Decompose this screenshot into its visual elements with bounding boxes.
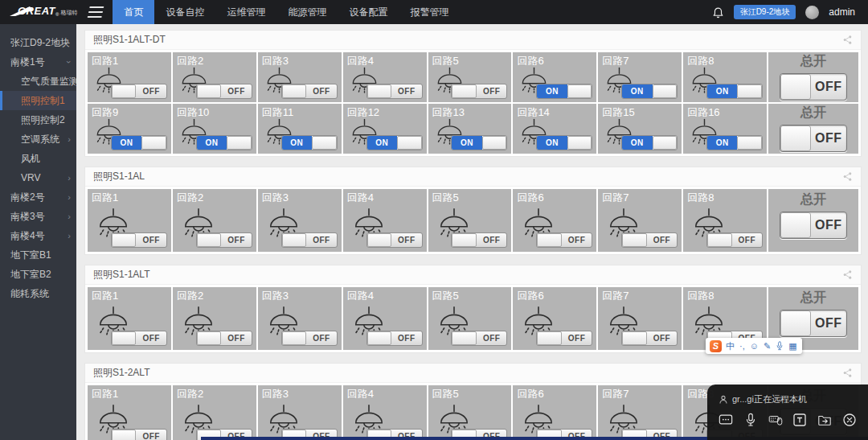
disconnect-icon[interactable] [842,413,857,427]
toggle-handle [622,331,647,345]
nav-item-4[interactable]: 能源管理 [276,0,338,24]
notifications-bell-icon[interactable] [712,6,724,19]
keyboard-layout-icon[interactable]: ▦ [788,342,796,351]
toggle-handle [282,331,307,345]
circuit-toggle[interactable]: OFF [451,331,507,346]
avatar[interactable] [805,6,819,19]
circuit-label: 回路6 [517,191,543,205]
circuit-label: 回路2 [177,289,203,303]
ime-logo-icon[interactable]: S [710,340,722,352]
emoji-icon[interactable]: ☺ [750,342,759,351]
circuit-toggle[interactable]: OFF [366,84,423,99]
circuit-toggle[interactable]: ON [621,84,678,99]
nav-item-5[interactable]: 设备配置 [338,0,399,24]
circuit-toggle[interactable]: ON [536,84,592,99]
toggle-handle [537,233,562,247]
username-label[interactable]: admin [829,6,855,18]
circuit-toggle[interactable]: ON [366,135,423,150]
circuit-toggle[interactable]: ON [706,135,763,150]
menu-toggle-icon[interactable] [88,6,104,18]
toggle-handle [780,74,811,100]
keyboard-mouse-icon[interactable] [768,413,783,427]
circuit-toggle[interactable]: OFF [621,232,678,248]
panel-body: 回路1OFF回路2OFF回路3OFF回路4OFF回路5OFF回路6OFF回路7O… [85,187,861,254]
circuit-card: 回路1OFF [88,52,171,102]
share-icon[interactable] [842,269,853,280]
sidebar-item-4[interactable]: 照明控制1 [0,91,76,110]
circuit-label: 回路3 [262,387,289,401]
toggle-handle [567,84,592,98]
sidebar-item-10[interactable]: 南楼3号› [0,207,76,226]
sidebar-item-6[interactable]: 空调系统› [0,130,76,149]
voice-input-icon[interactable] [776,341,784,351]
sidebar-item-7[interactable]: 风机 [0,149,76,168]
chat-icon[interactable] [719,413,733,427]
sidebar-item-8[interactable]: VRV› [0,168,76,187]
circuit-toggle[interactable]: OFF [536,331,592,346]
circuit-toggle[interactable]: OFF [111,84,167,99]
circuit-toggle[interactable]: OFF [281,232,338,248]
sidebar-item-3[interactable]: 空气质量监测 [0,72,76,91]
sidebar-item-11[interactable]: 南楼4号› [0,226,76,245]
circuit-toggle[interactable]: OFF [621,331,678,346]
circuit-toggle[interactable]: ON [111,135,167,150]
circuit-toggle[interactable]: OFF [111,429,167,440]
handwriting-icon[interactable]: ✎ [764,342,771,351]
circuit-toggle[interactable]: OFF [281,331,338,346]
circuit-toggle[interactable]: OFF [536,232,592,248]
circuit-toggle[interactable]: OFF [451,232,507,248]
toggle-handle [282,233,307,247]
circuit-toggle[interactable]: OFF [451,84,507,99]
circuit-label: 回路4 [347,289,374,303]
sidebar-item-2[interactable]: 南楼1号› [0,52,76,72]
circuit-toggle[interactable]: OFF [111,331,167,346]
circuit-toggle[interactable]: ON [281,135,338,150]
sidebar-item-5[interactable]: 照明控制2 [0,110,76,130]
toggle-handle [780,125,811,151]
master-label: 总开 [800,191,826,208]
sidebar-item-14[interactable]: 能耗系统 [0,284,76,303]
text-input-icon[interactable] [792,413,807,427]
voice-icon[interactable] [743,413,758,427]
share-icon[interactable] [842,368,853,378]
circuit-toggle[interactable]: OFF [111,232,167,248]
circuit-toggle[interactable]: OFF [281,84,338,99]
sidebar-item-12[interactable]: 地下室B1 [0,245,76,265]
nav-item-2[interactable]: 设备自控 [154,0,215,24]
circuit-toggle[interactable]: ON [196,135,252,150]
share-icon[interactable] [842,35,853,45]
circuit-toggle[interactable]: ON [621,135,678,150]
sidebar-item-13[interactable]: 地下室B2 [0,265,76,284]
sidebar-item-label: 空气质量监测 [21,76,76,87]
master-toggle[interactable]: OFF [780,73,847,101]
circuit-toggle[interactable]: OFF [706,232,763,248]
chinese-mode-icon[interactable]: 中 [726,342,735,351]
circuit-toggle[interactable]: OFF [196,84,252,99]
master-toggle[interactable]: OFF [780,212,847,239]
circuit-toggle[interactable]: ON [451,135,507,150]
circuit-toggle[interactable]: OFF [366,232,423,248]
sidebar-item-1[interactable]: 张江D9-2地块 [0,33,76,52]
circuit-card: 回路2OFF [173,287,256,350]
master-toggle[interactable]: OFF [780,125,847,152]
toggle-state-label: OFF [221,331,251,345]
nav-item-1[interactable]: 首页 [113,0,154,24]
toggle-state-label: ON [622,136,652,150]
master-toggle[interactable]: OFF [780,310,847,337]
nav-item-6[interactable]: 报警管理 [399,0,460,24]
circuit-toggle[interactable]: OFF [196,232,252,248]
circuit-toggle[interactable]: OFF [366,331,423,346]
circuit-card: 回路5OFF [428,52,512,102]
circuit-toggle[interactable]: ON [706,84,763,99]
nav-item-3[interactable]: 运维管理 [215,0,276,24]
circuit-toggle[interactable]: ON [536,135,592,150]
circuit-card: 回路4OFF [343,52,427,102]
file-transfer-icon[interactable] [817,413,832,427]
sidebar-item-9[interactable]: 南楼2号› [0,187,76,207]
sidebar-item-label: 张江D9-2地块 [10,37,70,48]
site-badge[interactable]: 张江D9-2地块 [734,5,796,19]
toggle-handle [112,84,137,98]
circuit-toggle[interactable]: OFF [196,331,252,346]
share-icon[interactable] [842,171,853,182]
punctuation-icon[interactable]: ·, [739,342,745,351]
